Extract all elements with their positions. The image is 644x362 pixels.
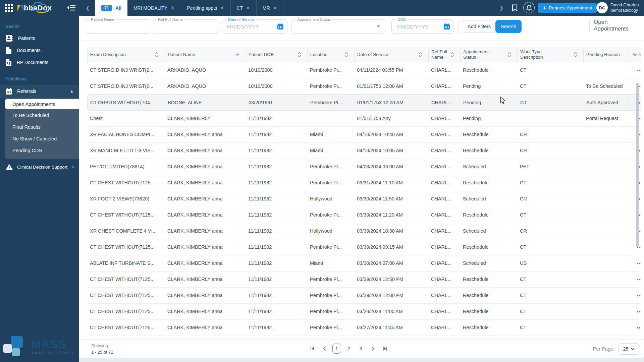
table-row[interactable]: CT CHEST WITHOUT(7125...CLARK, KIMBERLY … [87,288,641,304]
row-actions-button[interactable]: ••• [629,191,641,207]
per-page-select[interactable]: 25 [619,343,639,355]
dob-field[interactable]: DOB [391,19,454,34]
table-row[interactable]: PET/CT LIMITED(78814)CLARK, KIMBERLY ann… [87,159,641,175]
sidebar-item-patients[interactable]: Patients [0,32,79,44]
ref-full-name-input[interactable] [152,20,219,33]
row-actions-button[interactable]: ••• [629,223,641,239]
sidebar-item-referrals[interactable]: Referrals ▲ [0,85,79,98]
table-row[interactable]: ChestCLARK, KIMBERLY11/11/198201/01/1753… [87,111,641,127]
sidebar-item-final-results[interactable]: Final Results [5,121,79,133]
table-row[interactable]: CT STEROID INJ WRIST(2...ARKADIO, AQUO10… [87,78,641,95]
row-actions-button[interactable]: ••• [629,239,641,255]
table-row[interactable]: CT CHEST WITHOUT(7125...CLARK, KIMBERLY … [87,272,641,288]
row-actions-button[interactable]: ••• [629,175,641,191]
close-icon[interactable]: ✕ [246,5,250,11]
table-row[interactable]: XR FACIAL BONES COMPL...CLARK, KIMBERLY … [87,127,641,143]
tab-mri-modality[interactable]: MRI MODALITY ✕ [127,0,181,16]
sidebar-item-open-appointments[interactable]: Open Appointments [5,99,79,109]
table-row[interactable]: CT CHEST WITHOUT(7125...CLARK, KIMBERLY … [87,207,641,223]
appointment-status-select[interactable]: Appointment Status [291,19,385,34]
row-actions-button[interactable]: ••• [629,207,641,223]
row-actions-button[interactable]: ••• [629,288,641,303]
table-row[interactable]: XR FOOT 2 VIEWS(73620)CLARK, KIMBERLY an… [87,191,641,207]
table-row[interactable]: CT CHEST WITHOUT(7125...CLARK, KIMBERLY … [87,304,641,320]
next-page-icon[interactable] [369,344,377,354]
tab-ct[interactable]: CT ✕ [231,0,257,16]
patient-name-field[interactable]: Patient Name [85,19,151,34]
add-filters-button[interactable]: Add Filters [462,20,496,33]
row-actions-button[interactable]: ••• [629,95,641,110]
chevron-up-icon[interactable]: ▲ [70,89,74,94]
sort-arrows[interactable] [507,52,511,57]
tab-mr[interactable]: MR ✕ [257,0,283,16]
table-row[interactable]: CT CHEST WITHOUT(7125...CLARK, KIMBERLY … [87,239,641,255]
column-header-exam[interactable]: Exam Description [88,47,165,62]
user-avatar[interactable]: DC [596,2,608,13]
collapse-sidebar-icon[interactable] [67,4,76,13]
table-row[interactable]: CT CHEST WITHOUT(7125...CLARK, KIMBERLY … [87,175,641,191]
page-button-2[interactable]: 2 [344,344,353,354]
sidebar-item-to-be-scheduled[interactable]: To Be Scheduled [5,109,79,121]
row-actions-button[interactable]: ••• [629,272,641,287]
column-header-dob[interactable]: Patient DOB [246,47,308,62]
sidebar-item-no-show-canceled[interactable]: No Show / Canceled [5,133,79,144]
previous-page-icon[interactable] [320,344,329,354]
sort-arrows[interactable] [344,52,348,57]
table-row[interactable]: CT CHEST WITHOUT(7125...CLARK, KIMBERLY … [87,320,641,336]
tab-pending-appts[interactable]: Pending appts ✕ [181,0,231,16]
row-actions-button[interactable]: ••• [629,127,641,142]
sort-arrows[interactable] [155,52,159,57]
tabs-scroll-left-icon[interactable]: ❮ [86,5,90,11]
column-header-location[interactable]: Location [308,47,355,62]
page-button-3[interactable]: 3 [357,344,365,354]
search-button[interactable]: Search [495,20,522,33]
table-row[interactable]: XR CHEST COMPLETE 4 VI...CLARK, KIMBERLY… [87,223,641,239]
row-actions-button[interactable]: ••• [629,78,641,94]
table-row[interactable]: XR MANDIBLE LTD 1-3 VIE...CLARK, KIMBERL… [87,143,641,159]
patient-name-input[interactable] [85,20,151,33]
table-row[interactable]: CT ORBITS WITHOUT(704...BOONE, ALINE03/2… [87,95,641,111]
row-actions-button[interactable]: ••• [629,111,641,126]
table-row[interactable]: CT STEROID INJ WRIST(2...ARKADIO, AQUO10… [87,62,641,78]
notifications-button[interactable] [523,2,535,13]
calendar-icon[interactable] [277,23,284,31]
bookmark-icon[interactable] [512,4,518,13]
close-icon[interactable]: ✕ [170,5,175,11]
row-actions-button[interactable]: ••• [629,62,641,78]
close-icon[interactable]: ✕ [220,5,224,11]
abbadox-logo[interactable]: bbaDox [17,1,64,15]
vertical-scrollbar[interactable] [636,83,639,247]
row-actions-button[interactable]: ••• [629,304,641,319]
table-row[interactable]: ABLATE INF TURBINATE S...CLARK, KIMBERLY… [87,255,641,272]
column-header-worktype[interactable]: Work Type Description [518,47,584,62]
column-header-dos[interactable]: Date of Service [355,47,429,62]
row-actions-button[interactable]: ••• [629,143,641,159]
sort-arrows[interactable] [450,52,454,57]
page-button-1[interactable]: 1 [332,344,341,354]
row-actions-button[interactable]: ••• [629,320,641,336]
sidebar-item-documents[interactable]: Documents [0,44,79,56]
sort-arrows[interactable] [574,52,577,57]
row-actions-button[interactable]: ••• [629,255,641,271]
sidebar-item-rp-documents[interactable]: RP Documents [0,56,79,68]
request-appointment-button[interactable]: + Request Appointment [538,3,597,13]
last-page-icon[interactable] [381,344,389,354]
date-of-service-field[interactable]: Date of Service [222,19,287,34]
sort-arrows[interactable] [236,53,239,56]
sidebar-item-clinical-decision-support[interactable]: Clinical Decision Support › [0,159,79,175]
tabs-scroll-right-icon[interactable]: ❯ [499,5,503,11]
column-header-patient[interactable]: Patient Name [165,47,246,62]
sort-arrows[interactable] [298,52,301,57]
app-grid-icon[interactable] [4,3,13,13]
column-header-ref[interactable]: Ref Full Name [429,47,461,62]
user-menu[interactable]: David Charles demoradiology [610,2,639,13]
calendar-icon[interactable] [443,23,450,31]
close-icon[interactable]: ✕ [273,5,277,11]
ref-full-name-field[interactable]: Ref Full Name [152,19,219,34]
column-header-status[interactable]: Appointment Status [461,47,518,62]
sort-arrows[interactable] [419,52,422,57]
row-actions-button[interactable]: ••• [629,159,641,175]
sidebar-item-pending-cds[interactable]: Pending CDS [5,144,79,156]
first-page-icon[interactable] [308,344,317,354]
tab-all[interactable]: 71 All [95,0,127,16]
